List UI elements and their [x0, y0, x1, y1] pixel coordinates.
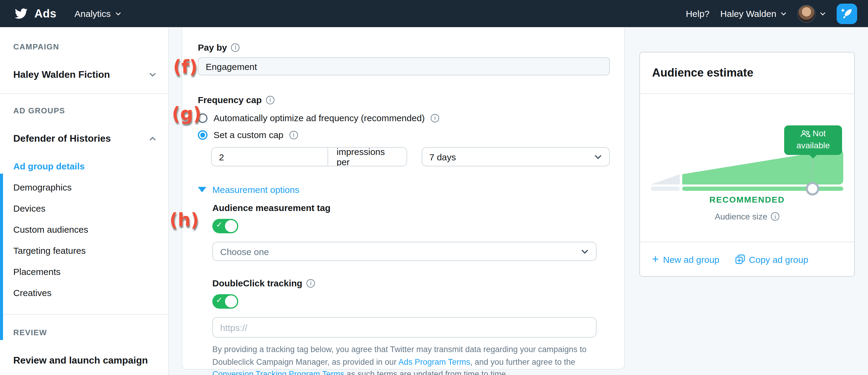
chevron-down-icon	[820, 10, 826, 17]
recommended-label: RECOMMENDED	[640, 195, 854, 205]
brand-label: Ads	[34, 7, 56, 20]
campaign-selector[interactable]: Haley Walden Fiction	[0, 69, 168, 80]
annotation-h: (h)	[169, 209, 199, 230]
triangle-down-icon	[198, 187, 206, 192]
copy-icon	[735, 254, 745, 264]
frequency-custom-info-icon[interactable]: i	[289, 130, 298, 139]
audience-estimate-card: Audience estimate Not available RECOMM	[640, 52, 855, 277]
plus-icon: +	[652, 255, 659, 263]
new-ad-group-button[interactable]: + New ad group	[652, 254, 719, 264]
compose-tweet-button[interactable]	[837, 3, 857, 24]
audience-estimate-chart: Not available RECOMMENDED Audience size …	[640, 94, 854, 242]
pay-by-info-icon[interactable]: i	[231, 43, 240, 52]
copy-ad-group-label: Copy ad group	[749, 254, 808, 264]
help-link[interactable]: Help?	[686, 8, 709, 19]
audience-tag-select-value: Choose one	[220, 246, 269, 256]
cap-period-value: 7 days	[429, 152, 456, 162]
audience-estimate-title: Audience estimate	[652, 66, 753, 79]
sidebar-item-review-launch[interactable]: Review and launch campaign	[0, 355, 168, 366]
account-menu[interactable]: Haley Walden	[720, 8, 786, 19]
toggle-knob	[225, 220, 237, 232]
compose-feather-icon	[841, 7, 853, 20]
audience-tag-select[interactable]: Choose one	[212, 242, 596, 261]
chevron-down-icon	[581, 248, 589, 255]
frequency-custom-option[interactable]: Set a custom cap i	[198, 130, 610, 140]
sidebar-item-placements[interactable]: Placements	[13, 265, 168, 279]
ads-program-terms-link[interactable]: Ads Program Terms	[398, 357, 470, 366]
cap-value-input[interactable]	[212, 148, 328, 166]
pay-by-label: Pay by	[198, 42, 227, 53]
legal-text: , and you further agree to the	[470, 357, 575, 366]
copy-ad-group-button[interactable]: Copy ad group	[735, 254, 808, 264]
analytics-menu-label: Analytics	[74, 8, 111, 19]
doubleclick-label: DoubleClick tracking	[212, 278, 302, 288]
analytics-menu[interactable]: Analytics	[74, 8, 121, 19]
doubleclick-switch[interactable]: ✓	[212, 294, 238, 309]
sidebar-item-demographics[interactable]: Demographics	[13, 181, 168, 194]
top-navigation-bar: Ads Analytics Help? Haley Walden	[0, 0, 868, 27]
sidebar-item-targeting-features[interactable]: Targeting features	[13, 244, 168, 257]
check-icon: ✓	[216, 295, 223, 305]
audience-size-info-icon[interactable]: i	[771, 212, 779, 221]
frequency-auto-option[interactable]: Automatically optimize ad frequency (rec…	[198, 113, 610, 123]
sidebar-divider	[0, 314, 168, 315]
measurement-options-toggle[interactable]: Measurement options	[198, 185, 610, 195]
frequency-custom-label: Set a custom cap	[214, 130, 283, 140]
legal-text: as such terms are updated from time to t…	[344, 370, 508, 375]
slider-handle[interactable]	[807, 183, 818, 194]
twitter-ads-page: Ads Analytics Help? Haley Walden CAMPAIG…	[0, 0, 868, 375]
review-section-header: REVIEW	[0, 328, 168, 337]
new-ad-group-label: New ad group	[663, 254, 719, 264]
audience-tag-switch[interactable]: ✓	[212, 219, 238, 233]
cap-period-select[interactable]: 7 days	[421, 147, 610, 166]
cap-unit-label: impressions per	[328, 148, 406, 166]
campaign-section-header: CAMPAIGN	[0, 42, 168, 51]
campaign-name: Haley Walden Fiction	[13, 69, 110, 80]
chevron-down-icon	[149, 71, 156, 79]
measurement-options-label: Measurement options	[212, 185, 300, 195]
slider-track-gray	[651, 187, 680, 191]
audience-size-label: Audience size	[715, 212, 767, 221]
annotation-g: (g)	[172, 103, 202, 124]
chevron-down-icon	[780, 10, 786, 17]
chevron-up-icon	[149, 135, 156, 142]
sidebar-item-devices[interactable]: Devices	[13, 202, 168, 215]
frequency-cap-label: Frequency cap	[198, 95, 262, 105]
doubleclick-legal-text: By providing a tracking tag below, you a…	[212, 344, 603, 375]
ad-groups-section-header: AD GROUPS	[0, 106, 168, 115]
audience-tag-label: Audience measurement tag	[212, 202, 610, 213]
chevron-down-icon	[115, 10, 121, 17]
frequency-auto-label: Automatically optimize ad frequency (rec…	[214, 113, 425, 123]
ad-group-selector[interactable]: Defender of Histories	[0, 133, 168, 144]
custom-cap-input-group: impressions per	[211, 147, 407, 166]
frequency-cap-info-icon[interactable]: i	[266, 96, 275, 104]
conversion-tracking-terms-link[interactable]: Conversion Tracking Program Terms	[212, 370, 344, 375]
campaign-sidebar: CAMPAIGN Haley Walden Fiction AD GROUPS …	[0, 27, 169, 375]
active-section-indicator	[0, 174, 3, 340]
doubleclick-info-icon[interactable]: i	[306, 279, 315, 287]
check-icon: ✓	[216, 220, 223, 229]
twitter-bird-icon	[13, 7, 29, 20]
ad-group-name: Defender of Histories	[13, 133, 111, 144]
gray-ramp-shape	[651, 174, 680, 185]
account-name: Haley Walden	[720, 8, 776, 19]
frequency-auto-info-icon[interactable]: i	[431, 114, 439, 122]
sidebar-item-creatives[interactable]: Creatives	[13, 286, 168, 300]
audience-tooltip: Not available	[784, 125, 842, 155]
radio-selected-icon[interactable]	[198, 130, 208, 139]
sidebar-item-ad-group-details[interactable]: Ad group details	[13, 160, 168, 173]
profile-menu[interactable]	[798, 4, 826, 23]
ad-group-details-form: Pay by i Frequency cap i Automatically o…	[182, 27, 625, 370]
toggle-knob	[225, 295, 237, 308]
pay-by-field[interactable]	[198, 57, 610, 75]
people-icon	[801, 130, 811, 137]
review-item-label: Review and launch campaign	[13, 355, 148, 366]
annotation-f: (f)	[173, 56, 197, 77]
avatar	[798, 4, 815, 23]
doubleclick-url-input[interactable]	[212, 317, 596, 338]
sidebar-divider	[0, 93, 168, 94]
chevron-down-icon	[594, 153, 602, 161]
sidebar-item-custom-audiences[interactable]: Custom audiences	[13, 223, 168, 236]
